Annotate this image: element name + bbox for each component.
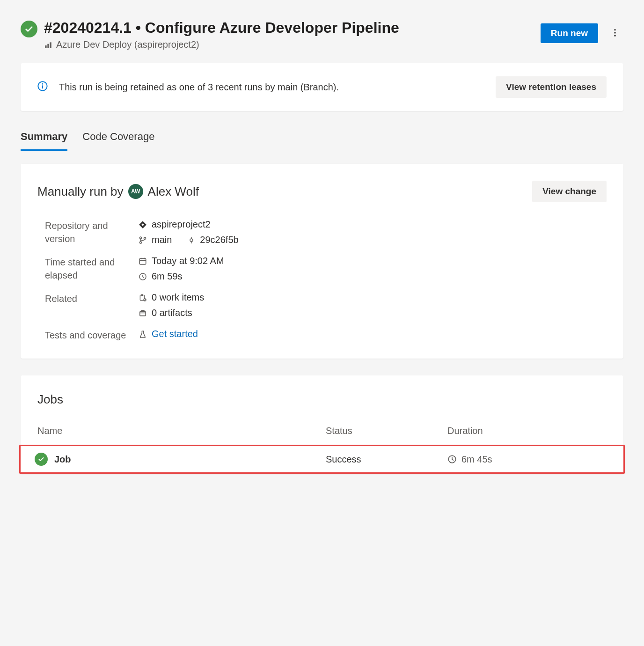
header-left: #20240214.1 • Configure Azure Developer … — [21, 19, 399, 50]
svg-point-9 — [139, 237, 141, 239]
jobs-highlight-box: Job Success 6m 45s — [19, 445, 625, 474]
jobs-title: Jobs — [21, 392, 623, 407]
label-related: Related — [45, 292, 139, 318]
job-success-icon — [35, 453, 48, 466]
run-by-user: Alex Wolf — [148, 184, 199, 199]
view-retention-button[interactable]: View retention leases — [496, 76, 607, 98]
clock-icon — [139, 272, 147, 281]
title-block: #20240214.1 • Configure Azure Developer … — [44, 19, 399, 50]
value-repo: aspireproject2 main 29c26f5b — [139, 219, 607, 245]
status-success-icon — [21, 21, 37, 37]
commit-icon — [188, 236, 195, 244]
job-name: Job — [54, 454, 71, 465]
svg-rect-13 — [139, 258, 146, 264]
jobs-header: Name Status Duration — [21, 426, 623, 445]
work-item-icon — [139, 294, 147, 302]
job-name-cell: Job — [35, 453, 326, 466]
job-duration-cell: 6m 45s — [447, 454, 607, 465]
branch-icon — [139, 236, 147, 244]
clock-icon — [447, 455, 457, 464]
value-tests: Get started — [139, 329, 607, 342]
view-change-button[interactable]: View change — [532, 181, 607, 202]
header-actions: Run new — [541, 23, 623, 43]
label-time: Time started and elapsed — [45, 256, 139, 282]
svg-point-11 — [144, 237, 146, 239]
retention-message: This run is being retained as one of 3 r… — [59, 82, 339, 93]
svg-rect-8 — [42, 85, 43, 88]
pipeline-breadcrumb-link[interactable]: Azure Dev Deploy (aspireproject2) — [56, 39, 199, 50]
detail-grid: Repository and version aspireproject2 ma… — [45, 219, 607, 342]
info-icon — [37, 81, 48, 94]
summary-card: Manually run by AW Alex Wolf View change… — [21, 164, 623, 359]
run-by-left: Manually run by AW Alex Wolf — [37, 184, 199, 199]
tabs: Summary Code Coverage — [21, 128, 623, 151]
commit-link[interactable]: 29c26f5b — [200, 235, 238, 245]
tab-code-coverage[interactable]: Code Coverage — [82, 128, 154, 151]
retention-card: This run is being retained as one of 3 r… — [21, 63, 623, 111]
page-header: #20240214.1 • Configure Azure Developer … — [21, 19, 623, 50]
subtitle-row: Azure Dev Deploy (aspireproject2) — [44, 39, 399, 50]
tab-summary[interactable]: Summary — [21, 128, 67, 151]
svg-rect-2 — [50, 42, 51, 48]
value-related: 0 work items 0 artifacts — [139, 292, 607, 318]
page-title: #20240214.1 • Configure Azure Developer … — [44, 19, 399, 37]
repo-link[interactable]: aspireproject2 — [152, 219, 211, 230]
table-row[interactable]: Job Success 6m 45s — [21, 453, 623, 466]
label-tests: Tests and coverage — [45, 329, 139, 342]
svg-point-5 — [614, 35, 616, 37]
jobs-card: Jobs Name Status Duration Job Success 6m… — [21, 375, 623, 474]
vertical-dots-icon — [610, 28, 620, 37]
flask-icon — [139, 330, 147, 338]
calendar-icon — [139, 257, 147, 265]
artifact-icon — [139, 309, 147, 317]
svg-rect-0 — [45, 45, 46, 48]
value-time: Today at 9:02 AM 6m 59s — [139, 256, 607, 282]
pipeline-breadcrumb-icon — [44, 41, 52, 49]
run-by-prefix: Manually run by — [37, 184, 124, 199]
run-new-button[interactable]: Run new — [541, 23, 598, 43]
run-number: #20240214.1 — [44, 19, 132, 36]
label-repo: Repository and version — [45, 219, 139, 245]
svg-point-7 — [42, 83, 44, 85]
job-duration: 6m 45s — [461, 454, 492, 465]
time-started: Today at 9:02 AM — [152, 256, 224, 266]
pipeline-name: Configure Azure Developer Pipeline — [145, 19, 399, 36]
artifacts-text: 0 artifacts — [152, 308, 192, 318]
svg-rect-17 — [140, 312, 146, 316]
svg-point-3 — [614, 29, 616, 31]
retention-left: This run is being retained as one of 3 r… — [37, 81, 339, 94]
get-started-link[interactable]: Get started — [152, 329, 198, 339]
repo-icon — [139, 220, 147, 229]
col-duration: Duration — [447, 426, 607, 436]
time-elapsed: 6m 59s — [152, 271, 183, 282]
col-name: Name — [37, 426, 326, 436]
svg-point-12 — [190, 239, 193, 242]
run-by-row: Manually run by AW Alex Wolf View change — [37, 181, 607, 202]
svg-rect-1 — [47, 44, 49, 48]
more-actions-button[interactable] — [607, 24, 623, 43]
col-status: Status — [326, 426, 447, 436]
branch-link[interactable]: main — [152, 235, 172, 245]
job-status: Success — [326, 454, 447, 465]
work-items-text: 0 work items — [152, 292, 204, 303]
svg-point-4 — [614, 32, 616, 34]
avatar: AW — [128, 184, 143, 199]
svg-point-10 — [139, 242, 141, 243]
